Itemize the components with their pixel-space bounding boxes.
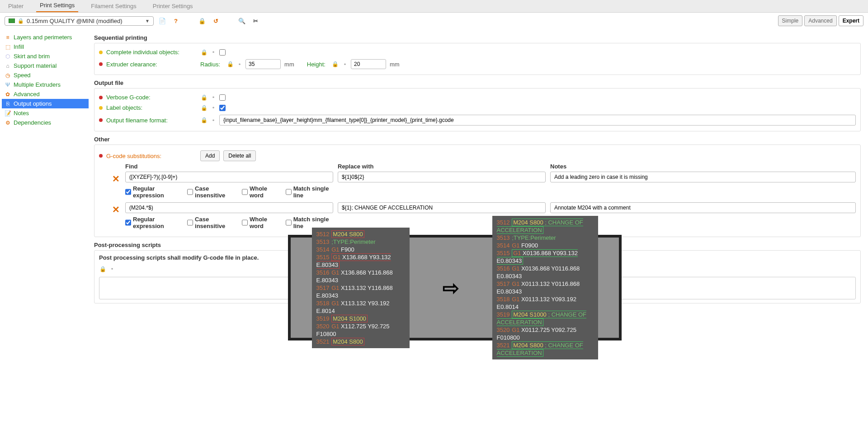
match-single-line-checkbox[interactable] xyxy=(286,189,292,195)
lock-icon: 🔒 xyxy=(18,18,24,24)
top-tabs: Plater Print Settings Filament Settings … xyxy=(0,0,868,13)
unit-mm: mm xyxy=(284,61,294,68)
regex-label: Regular expression xyxy=(133,216,179,229)
find-input[interactable] xyxy=(125,172,333,182)
bullet-icon xyxy=(99,51,103,54)
replace-input[interactable] xyxy=(338,202,546,213)
case-insensitive-checkbox[interactable] xyxy=(187,189,193,195)
search-button[interactable]: 🔍 xyxy=(237,16,247,26)
label-height: Height: xyxy=(307,61,326,68)
sidebar-item-skirt[interactable]: ⬡Skirt and brim xyxy=(2,51,89,61)
gcode-after-pane: 3512 M204 S800 ; CHANGE OF ACCELERATION3… xyxy=(492,216,598,317)
layers-icon: ≡ xyxy=(5,34,11,41)
notes-icon: 📝 xyxy=(5,110,11,117)
mode-advanced[interactable]: Advanced xyxy=(804,15,836,26)
dot-icon: • xyxy=(343,61,347,68)
sidebar-item-output-options[interactable]: ⎘Output options xyxy=(2,99,89,108)
tab-filament-settings[interactable]: Filament Settings xyxy=(87,0,140,12)
advanced-icon: ✿ xyxy=(5,91,11,98)
mode-simple[interactable]: Simple xyxy=(778,15,803,26)
bullet-icon xyxy=(99,62,103,66)
section-other: Other xyxy=(94,136,861,143)
sidebar-item-advanced[interactable]: ✿Advanced xyxy=(2,89,89,99)
notes-input[interactable] xyxy=(550,172,856,182)
sidebar-item-dependencies[interactable]: ⚙Dependencies xyxy=(2,118,89,127)
sidebar-item-infill[interactable]: ⬚Infill xyxy=(2,42,89,51)
dependencies-icon: ⚙ xyxy=(5,120,11,126)
gcode-comparison-image: 3512 M204 S8003513 ;TYPE:Perimeter3514 G… xyxy=(288,235,622,317)
dot-icon: • xyxy=(211,104,216,111)
sidebar-item-label: Skirt and brim xyxy=(14,53,50,60)
regex-label: Regular expression xyxy=(133,185,179,199)
reset-button[interactable]: ↺ xyxy=(211,16,221,26)
regex-checkbox[interactable] xyxy=(125,189,131,195)
dot-icon: • xyxy=(237,61,242,68)
lock-icon[interactable]: 🔒 xyxy=(200,49,208,56)
whole-label: Whole word xyxy=(250,185,278,199)
label-radius: Radius: xyxy=(200,61,220,68)
chevron-down-icon: ▼ xyxy=(145,19,150,23)
radius-input[interactable] xyxy=(245,59,281,69)
sidebar-item-label: Output options xyxy=(14,100,52,107)
lock-icon[interactable]: 🔒 xyxy=(200,117,208,123)
sidebar-item-speed[interactable]: ◷Speed xyxy=(2,70,89,80)
tool-button[interactable]: ✂ xyxy=(250,16,260,26)
lock-icon[interactable]: 🔒 xyxy=(332,61,339,67)
output-filename-input[interactable] xyxy=(219,115,856,126)
bullet-icon xyxy=(99,118,103,122)
height-input[interactable] xyxy=(351,59,386,69)
single-label: Match single line xyxy=(293,185,333,199)
sidebar-item-label: Support material xyxy=(14,62,57,69)
label-output-filename: Output filename format: xyxy=(106,117,197,124)
regex-checkbox[interactable] xyxy=(125,219,131,226)
lock-icon[interactable]: 🔒 xyxy=(99,266,106,272)
toolbar: 🔒 0.15mm QUALITY @MINI (modified) ▼ 📄 ? … xyxy=(0,13,868,29)
column-find: Find xyxy=(125,163,333,170)
delete-row-button[interactable]: ✕ xyxy=(111,172,121,184)
case-insensitive-checkbox[interactable] xyxy=(187,219,193,226)
find-input[interactable] xyxy=(125,202,333,213)
preset-selector[interactable]: 🔒 0.15mm QUALITY @MINI (modified) ▼ xyxy=(5,16,154,26)
lock-icon[interactable]: 🔒 xyxy=(200,94,208,101)
label-verbose-gcode: Verbose G-code: xyxy=(106,94,197,101)
settings-sidebar: ≡Layers and perimeters ⬚Infill ⬡Skirt an… xyxy=(0,29,90,317)
sidebar-item-layers[interactable]: ≡Layers and perimeters xyxy=(2,33,89,42)
whole-word-checkbox[interactable] xyxy=(242,189,248,195)
substitution-row: ✕ Regular expression Case insensitive Wh… xyxy=(111,202,856,229)
sidebar-item-multiple-extruders[interactable]: ΨMultiple Extruders xyxy=(2,80,89,89)
notes-input[interactable] xyxy=(550,202,856,213)
section-sequential-printing: Sequential printing xyxy=(94,34,861,41)
mode-expert[interactable]: Expert xyxy=(839,15,863,26)
section-output-file: Output file xyxy=(94,79,861,86)
lock-icon[interactable]: 🔒 xyxy=(200,105,208,111)
match-single-line-checkbox[interactable] xyxy=(286,219,292,226)
help-button[interactable]: ? xyxy=(171,16,181,26)
tab-print-settings[interactable]: Print Settings xyxy=(36,0,78,12)
delete-row-button[interactable]: ✕ xyxy=(111,202,121,215)
dot-icon: • xyxy=(110,266,114,272)
whole-word-checkbox[interactable] xyxy=(242,219,248,226)
lock-toggle-button[interactable]: 🔒 xyxy=(197,16,207,26)
verbose-gcode-checkbox[interactable] xyxy=(219,94,226,101)
infill-icon: ⬚ xyxy=(5,44,11,50)
label-objects-checkbox[interactable] xyxy=(219,105,226,111)
sidebar-item-label: Advanced xyxy=(14,91,40,98)
preset-name: 0.15mm QUALITY @MINI (modified) xyxy=(27,18,123,24)
replace-input[interactable] xyxy=(338,172,546,182)
complete-objects-checkbox[interactable] xyxy=(219,49,226,56)
delete-all-substitutions-button[interactable]: Delete all xyxy=(223,150,256,161)
sidebar-item-label: Speed xyxy=(14,72,31,79)
label-extruder-clearance: Extruder clearance: xyxy=(106,61,197,68)
tab-printer-settings[interactable]: Printer Settings xyxy=(149,0,197,12)
sidebar-item-notes[interactable]: 📝Notes xyxy=(2,108,89,118)
dot-icon: • xyxy=(211,49,216,56)
label-complete-objects: Complete individual objects: xyxy=(106,49,197,56)
bullet-icon xyxy=(99,96,103,99)
arrow-right-icon: ⇨ xyxy=(443,276,459,299)
lock-icon[interactable]: 🔒 xyxy=(226,61,234,67)
sidebar-item-support[interactable]: ⌂Support material xyxy=(2,61,89,70)
save-preset-button[interactable]: 📄 xyxy=(157,16,167,26)
tab-plater[interactable]: Plater xyxy=(5,0,27,12)
sidebar-item-label: Infill xyxy=(14,43,24,50)
add-substitution-button[interactable]: Add xyxy=(200,150,220,161)
